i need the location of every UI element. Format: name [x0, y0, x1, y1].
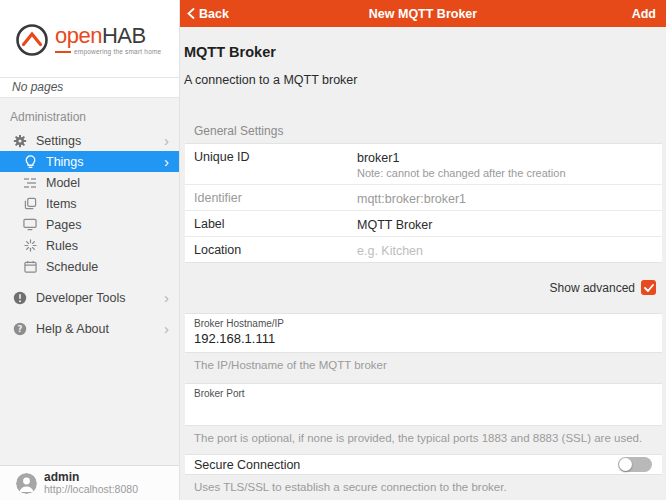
broker-hostname-input[interactable]	[194, 329, 653, 347]
sidebar-item-label: Developer Tools	[36, 291, 164, 305]
broker-hostname-hint: The IP/Hostname of the MQTT broker	[194, 359, 666, 371]
back-button[interactable]: Back	[180, 7, 229, 21]
nav-section-administration: Administration	[0, 106, 179, 130]
lightbulb-icon	[22, 154, 38, 170]
sidebar-item-settings[interactable]: Settings ›	[0, 130, 179, 151]
thing-type-heading: MQTT Broker	[184, 44, 666, 60]
sidebar-item-developer-tools[interactable]: Developer Tools ›	[0, 287, 179, 308]
openhab-logo-icon	[14, 22, 50, 62]
sidebar-item-help-about[interactable]: ? Help & About ›	[0, 318, 179, 339]
user-url: http://localhost:8080	[44, 484, 138, 496]
chevron-left-icon	[187, 8, 195, 19]
avatar	[16, 473, 37, 494]
general-settings-card: Unique ID Note: cannot be changed after …	[185, 143, 662, 263]
unique-id-label: Unique ID	[194, 148, 357, 164]
unique-id-row: Unique ID Note: cannot be changed after …	[185, 144, 662, 185]
chevron-right-icon: ›	[164, 321, 171, 336]
sidebar-item-label: Rules	[46, 239, 171, 253]
sidebar-item-model[interactable]: Model	[0, 172, 179, 193]
calendar-icon	[22, 259, 38, 275]
tagline-dash	[55, 51, 71, 53]
sidebar-item-label: Settings	[36, 134, 164, 148]
label-label: Label	[194, 215, 357, 231]
sidebar-item-items[interactable]: Items	[0, 193, 179, 214]
chevron-right-icon: ›	[164, 290, 171, 305]
show-advanced-checkbox[interactable]	[641, 280, 656, 295]
sidebar-item-label: Schedule	[46, 260, 171, 274]
rules-spark-icon	[22, 238, 38, 254]
sidebar: openHAB empowering the smart home No pag…	[0, 0, 180, 500]
back-button-label: Back	[199, 7, 229, 21]
broker-hostname-card: Broker Hostname/IP	[185, 313, 662, 353]
broker-port-hint: The port is optional, if none is provide…	[194, 432, 666, 444]
sidebar-item-label: Pages	[46, 218, 171, 232]
brand-tagline: empowering the smart home	[74, 48, 161, 55]
monitor-icon	[22, 217, 38, 233]
sidebar-item-pages[interactable]: Pages	[0, 214, 179, 235]
location-input[interactable]	[357, 242, 647, 258]
sidebar-item-label: Model	[46, 176, 171, 190]
page-title: New MQTT Broker	[180, 7, 666, 21]
gear-icon	[12, 133, 28, 149]
thing-type-description: A connection to a MQTT broker	[184, 73, 666, 87]
secure-connection-label: Secure Connection	[194, 458, 618, 472]
show-advanced-row: Show advanced	[180, 280, 656, 295]
unique-id-note: Note: cannot be changed after the creati…	[357, 167, 662, 181]
unique-id-input[interactable]	[357, 149, 647, 165]
broker-port-input[interactable]	[194, 399, 653, 420]
topbar: Back New MQTT Broker Add	[180, 0, 666, 27]
show-advanced-label: Show advanced	[550, 281, 635, 295]
general-settings-label: General Settings	[194, 124, 666, 138]
form-content: MQTT Broker A connection to a MQTT broke…	[180, 27, 666, 500]
svg-text:?: ?	[18, 324, 23, 334]
location-row: Location	[185, 237, 662, 262]
sidebar-item-label: Help & About	[36, 322, 164, 336]
add-button[interactable]: Add	[632, 7, 666, 21]
model-tree-icon	[22, 175, 38, 191]
sidebar-item-schedule[interactable]: Schedule	[0, 256, 179, 277]
chevron-right-icon: ›	[164, 133, 171, 148]
sidebar-item-label: Items	[46, 197, 171, 211]
user-name: admin	[44, 471, 138, 484]
identifier-label: Identifier	[194, 189, 357, 205]
user-account[interactable]: admin http://localhost:8080	[0, 465, 179, 500]
items-copy-icon	[22, 196, 38, 212]
label-row: Label	[185, 211, 662, 237]
label-input[interactable]	[357, 216, 647, 232]
sidebar-item-things[interactable]: Things ›	[0, 151, 179, 172]
broker-port-label: Broker Port	[194, 388, 653, 399]
brand-text: openHAB	[55, 25, 161, 47]
exclamation-circle-icon	[12, 290, 28, 306]
check-icon	[644, 284, 654, 292]
sidebar-item-label: Things	[46, 155, 164, 169]
secure-connection-toggle[interactable]	[618, 457, 652, 472]
secure-connection-hint: Uses TLS/SSL to establish a secure conne…	[194, 481, 666, 493]
broker-port-card: Broker Port	[185, 383, 662, 426]
secure-connection-card: Secure Connection	[185, 454, 662, 475]
location-label: Location	[194, 241, 357, 257]
main-panel: Back New MQTT Broker Add MQTT Broker A c…	[180, 0, 666, 500]
toggle-knob	[619, 458, 632, 471]
identifier-row: Identifier	[185, 185, 662, 211]
broker-hostname-label: Broker Hostname/IP	[194, 318, 653, 329]
openhab-logo: openHAB empowering the smart home	[0, 0, 179, 77]
sidebar-nav: Administration Settings ›	[0, 98, 179, 339]
identifier-input	[357, 190, 647, 206]
sidebar-item-rules[interactable]: Rules	[0, 235, 179, 256]
chevron-right-icon: ›	[164, 154, 171, 169]
question-circle-icon: ?	[12, 321, 28, 337]
no-pages-label: No pages	[0, 77, 179, 98]
